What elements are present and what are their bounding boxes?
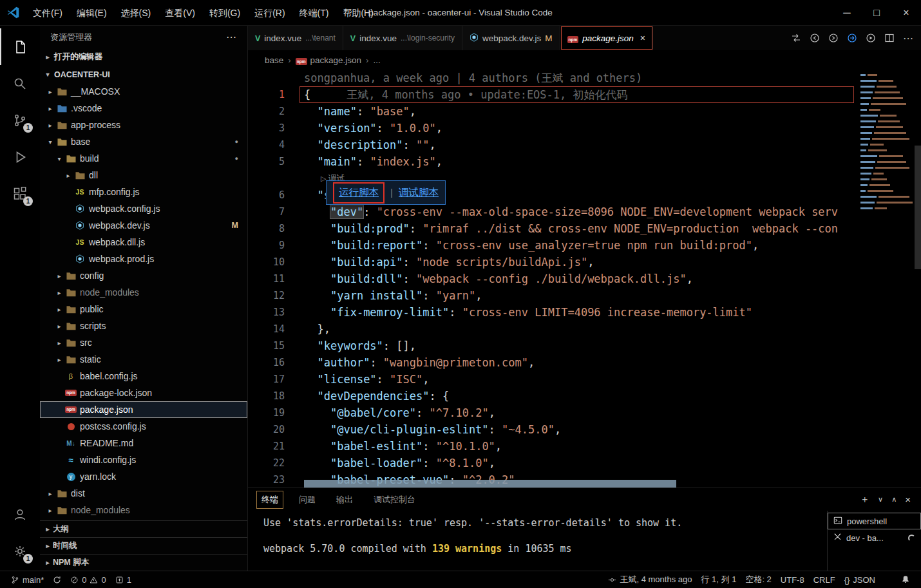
tree-item[interactable]: ▸dll: [40, 167, 247, 184]
tree-item[interactable]: ▸config: [40, 267, 247, 284]
tree-item[interactable]: webpack.config.js: [40, 200, 247, 217]
code-editor[interactable]: songpanhua, a week ago | 4 authors (王斌 a…: [248, 70, 921, 488]
activity-account[interactable]: [0, 496, 40, 533]
encoding[interactable]: UTF-8: [776, 575, 809, 585]
menu-item[interactable]: 选择(S): [114, 0, 158, 26]
breadcrumb-item[interactable]: npmpackage.json: [296, 55, 361, 65]
tree-item[interactable]: webpack.dev.jsM: [40, 217, 247, 234]
split-editor-icon[interactable]: [884, 33, 895, 43]
code-text[interactable]: "main": "index.js",: [304, 153, 442, 170]
code-text[interactable]: "version": "1.0.0",: [304, 120, 442, 137]
menu-item[interactable]: 转到(G): [202, 0, 247, 26]
tree-item[interactable]: ≈windi.config.js: [40, 451, 247, 468]
open-editors-section[interactable]: ▸ 打开的编辑器: [40, 48, 247, 66]
code-text[interactable]: "fix-memroy-limit": "cross-env LIMIT=409…: [304, 304, 752, 321]
tree-item[interactable]: webpack.prod.js: [40, 251, 247, 267]
tree-item[interactable]: ▸src: [40, 334, 247, 351]
indentation[interactable]: 空格: 2: [741, 574, 775, 585]
language-mode[interactable]: {} JSON: [840, 575, 880, 585]
tree-item[interactable]: ▸static: [40, 351, 247, 368]
tree-item[interactable]: JSwebpack.dll.js: [40, 234, 247, 251]
tree-item[interactable]: npmpackage-lock.json: [40, 384, 247, 401]
activity-settings[interactable]: 1: [0, 533, 40, 569]
code-text[interactable]: },: [304, 321, 330, 337]
code-text[interactable]: "babel-eslint": "^10.1.0",: [304, 438, 502, 455]
terminal-list-item[interactable]: powershell: [828, 513, 921, 529]
code-text[interactable]: "author": "wangbin@primeton.com",: [304, 354, 535, 371]
vertical-scrollbar[interactable]: [915, 146, 921, 269]
next-change-icon[interactable]: [828, 33, 839, 43]
minimize-button[interactable]: ─: [832, 0, 862, 26]
tree-item[interactable]: yyarn.lock: [40, 468, 247, 485]
more-actions-icon[interactable]: ⋯: [903, 32, 913, 44]
tab-package.json[interactable]: npmpackage.json×: [560, 26, 653, 50]
cursor-position[interactable]: 行 1, 列 1: [696, 574, 741, 585]
code-text[interactable]: "license": "ISC",: [304, 371, 430, 388]
branch-indicator[interactable]: main*: [6, 571, 48, 588]
close-tab-icon[interactable]: ×: [640, 33, 645, 43]
tree-item[interactable]: ▸node_modules: [40, 284, 247, 301]
tab-webpack.dev.js[interactable]: webpack.dev.jsM: [462, 26, 560, 50]
activity-source-control[interactable]: 1: [0, 102, 40, 138]
tree-item[interactable]: JSmfp.config.js: [40, 184, 247, 200]
code-text[interactable]: "keywords": [],: [304, 337, 416, 354]
debug-script-link[interactable]: 调试脚本: [399, 186, 439, 200]
root-folder-section[interactable]: ▾ OACENTER-UI: [40, 66, 247, 83]
code-text[interactable]: "dev": "cross-env --max-old-space-size=8…: [304, 204, 838, 220]
eol-selector[interactable]: CRLF: [809, 575, 840, 585]
tab-index.vue[interactable]: Vindex.vue...\tenant: [248, 26, 343, 50]
menu-item[interactable]: 文件(F): [26, 0, 70, 26]
activity-extensions[interactable]: 1: [0, 175, 40, 212]
breadcrumb-item[interactable]: base: [265, 55, 283, 65]
code-text[interactable]: "build:api": "node scripts/buildApi.js",: [304, 254, 594, 270]
code-text[interactable]: "name": "base",: [304, 103, 416, 120]
status-extra-badge[interactable]: 1: [111, 571, 136, 588]
menu-item[interactable]: 终端(T): [292, 0, 336, 26]
diff-icon[interactable]: [791, 33, 801, 43]
terminal-list-item[interactable]: dev - ba...: [828, 529, 921, 546]
sidebar-section[interactable]: ▸大纲: [40, 520, 247, 537]
tree-item[interactable]: ▾build●: [40, 150, 247, 167]
new-terminal-icon[interactable]: ＋: [860, 493, 869, 506]
menu-item[interactable]: 运行(R): [247, 0, 292, 26]
tree-item[interactable]: postcss.config.js: [40, 418, 247, 435]
code-text[interactable]: "devDependencies": {: [304, 388, 449, 404]
tab-index.vue[interactable]: Vindex.vue...\login-security: [343, 26, 462, 50]
tree-item[interactable]: βbabel.config.js: [40, 368, 247, 384]
minimap[interactable]: [857, 72, 915, 211]
panel-tab[interactable]: 终端: [258, 493, 281, 507]
close-panel-icon[interactable]: ×: [905, 494, 911, 505]
tree-item[interactable]: ▸scripts: [40, 318, 247, 334]
tree-item[interactable]: ▸node_modules: [40, 502, 247, 518]
tree-item[interactable]: npmpackage.json: [40, 401, 247, 418]
sidebar-section[interactable]: ▸时间线: [40, 537, 247, 554]
code-text[interactable]: "build:prod": "rimraf ../dist && cross-e…: [304, 220, 838, 237]
tree-item[interactable]: ▸dist: [40, 485, 247, 502]
horizontal-scrollbar[interactable]: [304, 480, 676, 488]
code-text[interactable]: "@vue/cli-plugin-eslint": "~4.5.0",: [304, 421, 561, 438]
problems-indicator[interactable]: 0 0: [66, 571, 110, 588]
maximize-panel-icon[interactable]: ∧: [891, 495, 897, 504]
panel-tab[interactable]: 问题: [296, 493, 319, 507]
tree-item[interactable]: ▸.vscode: [40, 100, 247, 117]
breadcrumb-item[interactable]: ...: [374, 55, 381, 65]
activity-explorer[interactable]: [0, 28, 40, 65]
run-script-icon[interactable]: [866, 33, 876, 43]
tree-item[interactable]: ▸app-process: [40, 117, 247, 133]
code-text[interactable]: "babel-loader": "^8.1.0",: [304, 455, 495, 471]
panel-tab[interactable]: 调试控制台: [370, 493, 419, 507]
open-changes-icon[interactable]: [847, 33, 857, 43]
previous-change-icon[interactable]: [810, 33, 820, 43]
blame-status[interactable]: 王斌, 4 months ago: [603, 574, 696, 585]
activity-search[interactable]: [0, 65, 40, 102]
sidebar-section[interactable]: ▸NPM 脚本: [40, 554, 247, 571]
code-text[interactable]: "yarn install": "yarn",: [304, 287, 482, 304]
code-text[interactable]: "description": "",: [304, 137, 436, 153]
code-text[interactable]: "build:report": "cross-env use_analyzer=…: [304, 237, 759, 254]
sync-button[interactable]: [48, 571, 66, 588]
tree-item[interactable]: ▸public: [40, 301, 247, 318]
code-text[interactable]: {王斌, 4 months ago • update:EOS-1, 初始化代码: [304, 86, 628, 103]
more-actions-icon[interactable]: ⋯: [226, 31, 237, 43]
tree-item[interactable]: ▸__MACOSX: [40, 83, 247, 100]
tree-item[interactable]: ▾base●: [40, 133, 247, 150]
